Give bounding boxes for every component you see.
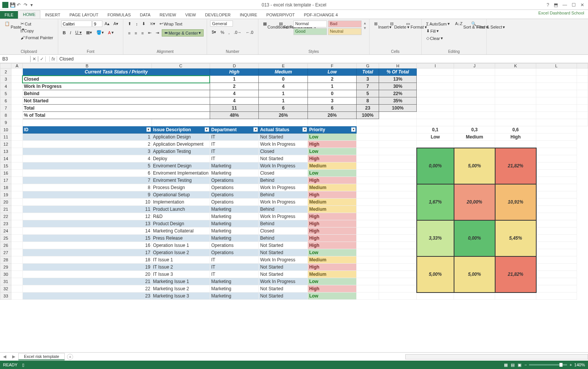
decrease-decimal-icon[interactable]: ←.0 — [244, 29, 255, 35]
orientation-icon[interactable]: ⤭▾ — [148, 21, 157, 27]
filter-icon[interactable]: ▾ — [253, 127, 258, 132]
delete-cells-button[interactable]: ⊟Delete▾ — [389, 21, 402, 33]
horizontal-scrollbar[interactable] — [405, 354, 588, 359]
col-header[interactable]: C — [151, 64, 210, 68]
zoom-out-icon[interactable]: − — [524, 363, 527, 367]
ribbon-tab-view[interactable]: VIEW — [181, 11, 201, 19]
merge-center-button[interactable]: ⬌ Merge & Center ▾ — [162, 29, 204, 37]
col-header[interactable]: B — [22, 64, 151, 68]
col-header[interactable]: I — [417, 64, 454, 68]
macro-record-icon[interactable]: ▯ — [22, 363, 24, 367]
cancel-formula-icon[interactable]: ✕ — [30, 56, 38, 62]
accounting-icon[interactable]: $▾ — [210, 29, 218, 35]
col-header[interactable]: D — [210, 64, 258, 68]
fill-button[interactable]: ⬇ Fill ▾ — [425, 28, 451, 34]
format-painter-button[interactable]: 🖌 Format Painter — [19, 35, 55, 41]
save-icon[interactable]: 💾 — [10, 2, 15, 8]
col-header[interactable]: G — [357, 64, 379, 68]
zoom-slider[interactable] — [529, 364, 567, 366]
col-header[interactable]: E — [259, 64, 308, 68]
align-top-icon[interactable]: ⬆ — [126, 21, 133, 27]
cut-button[interactable]: ✂ Cut — [19, 21, 55, 27]
col-header[interactable]: F — [308, 64, 357, 68]
name-box[interactable]: B3 — [0, 56, 30, 62]
number-format-select[interactable]: General — [210, 21, 233, 27]
increase-decimal-icon[interactable]: .0→ — [232, 29, 243, 35]
zoom-in-icon[interactable]: + — [569, 363, 572, 367]
style-neutral[interactable]: Neutral — [328, 28, 362, 35]
view-normal-icon[interactable]: ▦ — [504, 363, 508, 367]
view-layout-icon[interactable]: ▤ — [511, 363, 515, 367]
shrink-font-icon[interactable]: A▾ — [112, 21, 120, 27]
zoom-level[interactable]: 140% — [574, 363, 585, 367]
ribbon-tab-developer[interactable]: DEVELOPER — [201, 11, 235, 19]
format-table-button[interactable]: ▤Format as Table▾ — [277, 21, 291, 33]
col-header[interactable]: J — [454, 64, 495, 68]
conditional-formatting-button[interactable]: ▦Conditional Formatting▾ — [261, 21, 275, 33]
help-link[interactable]: Excel Dashboard School — [539, 11, 584, 15]
view-pagebreak-icon[interactable]: ▣ — [518, 363, 521, 367]
ribbon-tab-home[interactable]: HOME — [18, 10, 40, 19]
decrease-indent-icon[interactable]: ⇤ — [147, 30, 153, 36]
filter-icon[interactable]: ▾ — [303, 127, 307, 132]
ribbon-tab-powerpivot[interactable]: POWERPIVOT — [262, 11, 300, 19]
ribbon-tab-review[interactable]: REVIEW — [155, 11, 180, 19]
filter-icon[interactable]: ▾ — [147, 127, 151, 132]
find-select-button[interactable]: 🔍Find & Select▾ — [470, 21, 483, 33]
format-cells-button[interactable]: ▭Format▾ — [405, 21, 418, 33]
align-center-icon[interactable]: ≡ — [133, 30, 139, 36]
insert-cells-button[interactable]: ⊞Insert▾ — [373, 21, 386, 33]
close-icon[interactable]: ✕ — [580, 2, 584, 8]
autosum-button[interactable]: Σ AutoSum ▾ — [425, 21, 451, 27]
filter-icon[interactable]: ▾ — [351, 127, 355, 132]
sort-filter-button[interactable]: A↓ZSort & Filter▾ — [454, 21, 467, 33]
ribbon-tab-page-layout[interactable]: PAGE LAYOUT — [65, 11, 103, 19]
increase-indent-icon[interactable]: ⇥ — [154, 30, 161, 36]
help-icon[interactable]: ? — [547, 2, 549, 8]
ribbon-tab-file[interactable]: FILE — [0, 11, 18, 19]
ribbon-options-icon[interactable]: ⬒ — [554, 2, 558, 8]
enter-formula-icon[interactable]: ✓ — [38, 56, 46, 62]
redo-icon[interactable]: ↷ — [24, 2, 29, 8]
underline-button[interactable]: U ▾ — [74, 29, 83, 36]
ribbon-tab-data[interactable]: DATA — [135, 11, 155, 19]
col-header[interactable]: H — [379, 64, 417, 68]
clear-button[interactable]: ◇ Clear ▾ — [425, 35, 451, 41]
font-size-input[interactable] — [92, 21, 102, 27]
maximize-icon[interactable]: ☐ — [572, 2, 576, 8]
row-header[interactable]: 9 — [0, 119, 11, 126]
copy-button[interactable]: ⎘ Copy — [19, 28, 55, 34]
align-middle-icon[interactable]: ↕ — [134, 21, 139, 27]
comma-icon[interactable]: , — [227, 29, 231, 35]
minimize-icon[interactable]: — — [563, 2, 567, 8]
qat-customize-icon[interactable]: ▾ — [30, 2, 36, 8]
wrap-text-button[interactable]: ↩ Wrap Text — [158, 21, 184, 27]
bold-button[interactable]: B — [61, 30, 67, 36]
ribbon-tab-insert[interactable]: INSERT — [40, 11, 65, 19]
paste-button[interactable]: 📋 Paste▾ — [3, 21, 17, 33]
filter-icon[interactable]: ▾ — [205, 127, 209, 132]
new-sheet-button[interactable]: + — [67, 354, 73, 360]
align-right-icon[interactable]: ≡ — [140, 30, 145, 36]
percent-icon[interactable]: % — [219, 29, 226, 35]
align-left-icon[interactable]: ≡ — [126, 30, 132, 36]
ribbon-tab-inquire[interactable]: INQUIRE — [235, 11, 262, 19]
undo-icon[interactable]: ↶ — [17, 2, 22, 8]
grow-font-icon[interactable]: A▴ — [103, 21, 111, 27]
col-header[interactable]: L — [536, 64, 577, 68]
ribbon-tab-pdf-xchange-4[interactable]: PDF-XChange 4 — [299, 11, 342, 19]
align-bottom-icon[interactable]: ⬇ — [140, 21, 147, 27]
border-button[interactable]: ▦▾ — [84, 29, 94, 36]
col-header[interactable]: A — [11, 64, 22, 68]
italic-button[interactable]: I — [69, 30, 73, 36]
sheet-nav-next-icon[interactable]: ▶ — [9, 354, 18, 359]
style-good[interactable]: Good — [293, 28, 327, 35]
col-header[interactable]: K — [495, 64, 536, 68]
worksheet[interactable]: ABCDEFGHIJKL2Current Task Status / Prior… — [0, 63, 588, 352]
ribbon-tab-formulas[interactable]: FORMULAS — [103, 11, 135, 19]
style-bad[interactable]: Bad — [328, 21, 362, 27]
style-normal[interactable]: Normal — [293, 21, 327, 27]
font-name-input[interactable] — [61, 21, 92, 27]
fill-color-button[interactable]: 🪣▾ — [95, 29, 105, 36]
fx-icon[interactable]: fx — [49, 56, 57, 62]
